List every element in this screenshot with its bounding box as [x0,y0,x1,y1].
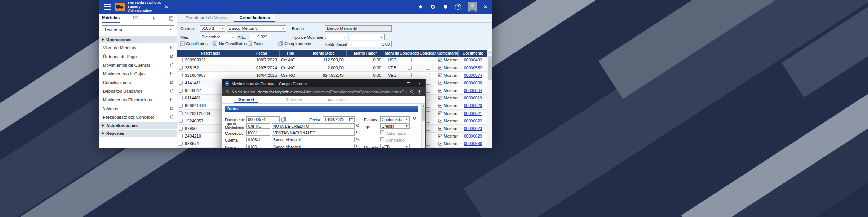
row-select-checkbox[interactable] [179,58,183,62]
row-select-checkbox[interactable] [179,119,183,123]
documento-link[interactable]: 00000623 [464,126,482,131]
conciliar-checkbox[interactable] [426,127,430,131]
popup-tab-general[interactable]: General [234,96,258,103]
banco-code-input[interactable]: 0105 [246,144,270,148]
row-select-checkbox[interactable] [179,127,183,131]
tipo-movimiento-code-select[interactable]: ▼ [326,34,347,40]
col-comentario[interactable]: Comentario [437,50,459,57]
sidebar-item[interactable]: Movimientos de Cuentas [99,61,177,69]
menu-icon[interactable] [104,4,111,10]
fecha-input[interactable]: 16/04/2025 [323,116,355,122]
documento-link[interactable]: 00000621 [464,111,482,116]
filter-todos[interactable]: Todos [248,41,264,46]
row-select-checkbox[interactable] [179,66,183,70]
row-select-checkbox[interactable] [179,111,183,115]
search-icon[interactable] [356,124,360,128]
col-tipo[interactable]: Tipo [280,50,301,57]
sidebar-item[interactable]: Conciliaciones [99,78,177,87]
documento-link[interactable]: 00000552 [464,66,482,70]
ano-input[interactable]: 2.025 [250,34,269,40]
sidebar-item[interactable]: Movimientos de Cajas [99,69,177,78]
conciliar-checkbox[interactable] [426,58,430,62]
sidebar-item[interactable]: Órdenes de Pago [99,52,177,61]
filter-conciliados[interactable]: Conciliados [180,41,208,46]
conciliar-checkbox[interactable] [426,73,430,77]
filter-no-conciliados[interactable]: No Conciliados [213,41,247,46]
estatus-select[interactable]: Confirmado▼ [380,116,410,122]
banco-input[interactable]: Banco Mercantil [325,25,392,32]
search-icon[interactable] [356,130,360,134]
col-fecha[interactable]: Fecha [244,50,280,57]
cuenta-name-input[interactable]: Banco Mercantil [272,137,355,142]
favorites-star-icon[interactable]: ★ [418,4,423,10]
col-moneda[interactable]: Moneda [384,50,400,57]
mostrar-link[interactable]: Mostrar [443,96,457,100]
mostrar-link[interactable]: Mostrar [443,134,457,138]
documento-link[interactable]: 00000492 [464,58,482,62]
sidebar-item[interactable]: Depósitos Bancarios [99,87,177,95]
conciliado-checkbox[interactable] [408,73,412,77]
row-select-checkbox[interactable] [179,73,183,77]
cuenta-name-select[interactable]: Banco Mercantil▼ [227,25,286,32]
row-select-checkbox[interactable] [179,104,183,108]
scrollbar-thumb[interactable] [488,56,492,80]
tipo-movimiento-name-select[interactable]: ▼ [350,34,385,40]
favorites-tab-star-icon[interactable]: ★ [151,15,156,21]
mes-select[interactable]: Diciembre▼ [200,34,236,40]
tab-dashboard-de-ventas[interactable]: Dashboard de Ventas [180,14,233,22]
table-scrollbar[interactable]: ▲ [487,50,492,148]
documento-input[interactable]: 00000574 [246,116,280,122]
banco-name-input[interactable]: Banco Mercantil [272,144,355,148]
scroll-up-arrow-icon[interactable]: ▲ [422,104,425,108]
forms-icon[interactable] [169,16,173,21]
sidebar-item[interactable]: Presupuesto por Concepto [99,113,177,121]
scrollbar-thumb[interactable] [422,108,425,121]
popup-tab-avanzado[interactable]: Avanzado [323,96,350,103]
scroll-up-arrow-icon[interactable]: ▲ [487,50,492,55]
module-select[interactable]: Tesoreria ▼ [102,25,174,33]
sidebar-item[interactable]: Movimientos Electrónicos [99,95,177,104]
search-icon[interactable] [356,137,360,141]
tipo-select[interactable]: Crédito▼ [380,123,410,129]
mostrar-link[interactable]: Mostrar [443,66,457,70]
conciliar-checkbox[interactable] [426,142,430,146]
close-icon[interactable]: × [418,81,421,86]
tab-conciliaciones[interactable]: Conciliaciones [234,14,275,22]
tab-modulos[interactable]: Módulos [102,14,120,23]
cuenta-code-select[interactable]: 0105-1▼ [200,25,225,32]
table-row[interactable]: 258963321 10/07/2023 Cre-NC 112.500,00 0… [177,57,492,64]
automatico-checkbox[interactable] [380,130,384,134]
conciliar-checkbox[interactable] [426,96,430,100]
conciliado-checkbox[interactable] [380,137,384,141]
mostrar-link[interactable]: Mostrar [443,103,457,108]
mostrar-link[interactable]: Mostrar [443,111,457,116]
concepto-name-input[interactable]: VENTAS NACIONALES [272,130,355,136]
documento-link[interactable]: 00000620 [464,103,482,108]
copy-icon[interactable] [281,117,286,122]
popup-scrollbar[interactable]: ▲ [421,104,425,148]
mostrar-link[interactable]: Mostrar [443,73,457,78]
documento-link[interactable]: 00000629 [464,134,482,138]
popup-tab-resumen[interactable]: Resumen [281,96,308,103]
header-chevron-icon[interactable] [484,5,488,9]
row-select-checkbox[interactable] [179,81,183,85]
moneda-select[interactable]: VEB▼ [380,144,410,148]
documento-link[interactable]: 00000622 [464,119,482,123]
desktop-icon[interactable] [133,16,138,20]
documento-link[interactable]: 00000604 [464,88,482,93]
conciliar-checkbox[interactable] [426,134,430,138]
table-row[interactable]: 321654987 16/04/2025 Cre-NC 824.532,45 0… [177,72,492,79]
popup-url-bar[interactable]: ⚠ No es seguro demo.factorysoftve.com/Ad… [222,87,425,96]
col-monto-debe[interactable]: Monto Debe [301,50,347,57]
minimize-icon[interactable]: – [396,81,399,86]
sidebar-item[interactable]: Viáticos [99,104,177,113]
tipo-movimiento-name-input[interactable]: NOTA DE CREDITO [272,123,355,129]
documento-link[interactable]: 00000619 [464,96,482,100]
section-reportes[interactable]: Reportes [99,130,177,137]
help-icon[interactable]: ? [455,4,461,10]
tipo-movimiento-code-input[interactable]: Cre-NC [246,123,270,129]
conciliar-checkbox[interactable] [426,119,430,123]
popup-title-bar[interactable]: F Movimientos de Cuentas - Google Chrome… [222,79,425,87]
cuenta-code-input[interactable]: 0105-1 [246,137,270,142]
mostrar-link[interactable]: Mostrar [443,119,457,123]
